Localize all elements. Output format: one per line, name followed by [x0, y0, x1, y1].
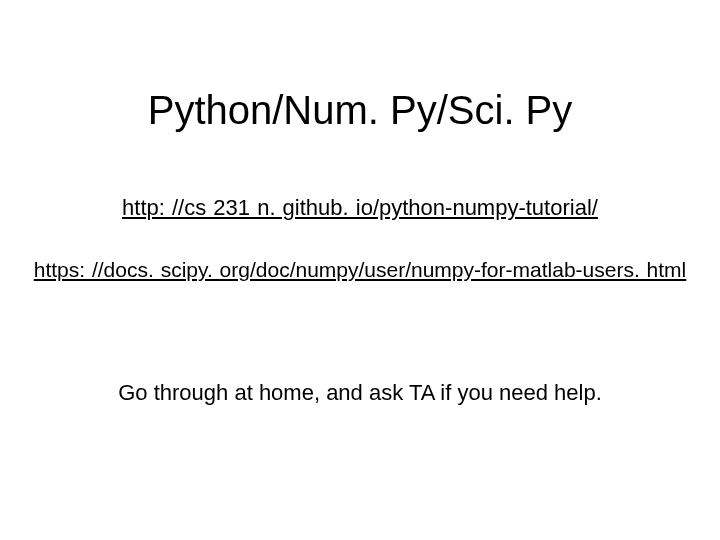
slide-title: Python/Num. Py/Sci. Py — [0, 88, 720, 133]
tutorial-link-2[interactable]: https: //docs. scipy. org/doc/numpy/user… — [0, 258, 720, 282]
slide: Python/Num. Py/Sci. Py http: //cs 231 n.… — [0, 0, 720, 540]
tutorial-link-1[interactable]: http: //cs 231 n. github. io/python-nump… — [0, 195, 720, 221]
instruction-text: Go through at home, and ask TA if you ne… — [0, 380, 720, 406]
